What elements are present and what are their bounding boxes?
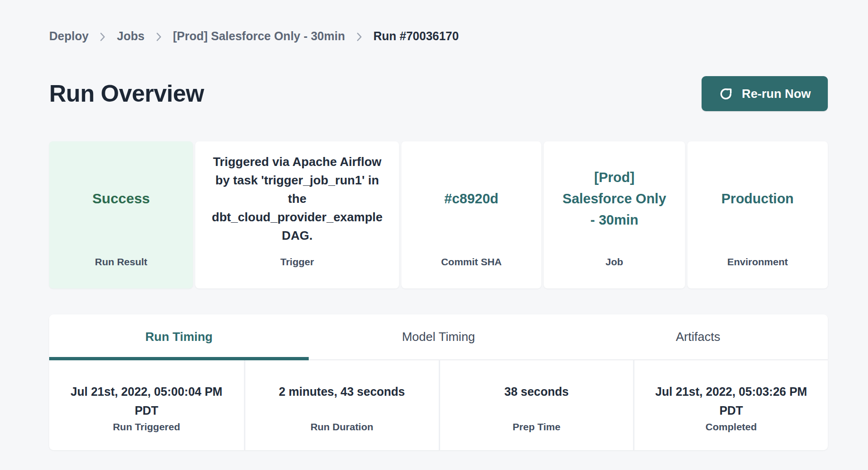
run-result-label: Run Result (95, 256, 148, 288)
prep-time-value: 38 seconds (450, 382, 624, 420)
breadcrumb-chevron-icon (356, 32, 362, 42)
summary-card-commit-sha: #c8920d Commit SHA (401, 141, 541, 288)
trigger-label: Trigger (280, 256, 314, 288)
run-timing-row: Jul 21st, 2022, 05:00:04 PM PDT Run Trig… (49, 360, 828, 450)
run-details-panel: Run Timing Model Timing Artifacts Jul 21… (49, 314, 828, 450)
run-duration-value: 2 minutes, 43 seconds (255, 382, 429, 420)
timing-cell-completed: Jul 21st, 2022, 05:03:26 PM PDT Complete… (633, 360, 828, 450)
tab-model-timing[interactable]: Model Timing (309, 314, 568, 359)
commit-sha-link[interactable]: #c8920d (444, 141, 499, 256)
run-triggered-value: Jul 21st, 2022, 05:00:04 PM PDT (59, 382, 234, 420)
commit-sha-label: Commit SHA (441, 256, 502, 288)
tab-artifacts[interactable]: Artifacts (568, 314, 828, 359)
run-overview-page: Deploy Jobs [Prod] Salesforce Only - 30m… (0, 0, 868, 450)
breadcrumb-item-job-name[interactable]: [Prod] Salesforce Only - 30min (173, 29, 345, 43)
timing-cell-prep-time: 38 seconds Prep Time (439, 360, 634, 450)
completed-label: Completed (644, 421, 818, 433)
summary-card-environment: Production Environment (687, 141, 828, 288)
breadcrumb-chevron-icon (156, 32, 162, 42)
breadcrumb-item-jobs[interactable]: Jobs (117, 29, 144, 43)
breadcrumb-item-deploy[interactable]: Deploy (49, 29, 88, 43)
run-triggered-label: Run Triggered (59, 421, 234, 433)
breadcrumb-item-run-number: Run #70036170 (373, 29, 459, 43)
job-link[interactable]: [Prod] Salesforce Only - 30min (563, 141, 666, 256)
run-result-value: Success (92, 141, 150, 256)
job-label: Job (606, 256, 623, 288)
timing-cell-run-duration: 2 minutes, 43 seconds Run Duration (244, 360, 439, 450)
trigger-value: Triggered via Apache Airflow by task 'tr… (212, 141, 382, 256)
environment-label: Environment (727, 256, 788, 288)
summary-card-run-result: Success Run Result (49, 141, 193, 288)
timing-cell-run-triggered: Jul 21st, 2022, 05:00:04 PM PDT Run Trig… (49, 360, 244, 450)
summary-card-trigger: Triggered via Apache Airflow by task 'tr… (195, 141, 399, 288)
prep-time-label: Prep Time (450, 421, 624, 433)
tab-run-timing[interactable]: Run Timing (49, 314, 309, 359)
rerun-now-button[interactable]: Re-run Now (702, 76, 828, 111)
run-summary-cards: Success Run Result Triggered via Apache … (49, 141, 828, 288)
breadcrumb: Deploy Jobs [Prod] Salesforce Only - 30m… (49, 29, 828, 43)
completed-value: Jul 21st, 2022, 05:03:26 PM PDT (644, 382, 818, 420)
breadcrumb-chevron-icon (100, 32, 105, 42)
header-row: Run Overview Re-run Now (49, 76, 828, 111)
run-duration-label: Run Duration (255, 421, 429, 433)
environment-link[interactable]: Production (721, 141, 794, 256)
summary-card-job: [Prod] Salesforce Only - 30min Job (544, 141, 685, 288)
page-title: Run Overview (49, 80, 204, 107)
rerun-button-label: Re-run Now (742, 87, 811, 101)
tab-bar: Run Timing Model Timing Artifacts (49, 314, 828, 360)
rerun-icon (719, 87, 733, 101)
